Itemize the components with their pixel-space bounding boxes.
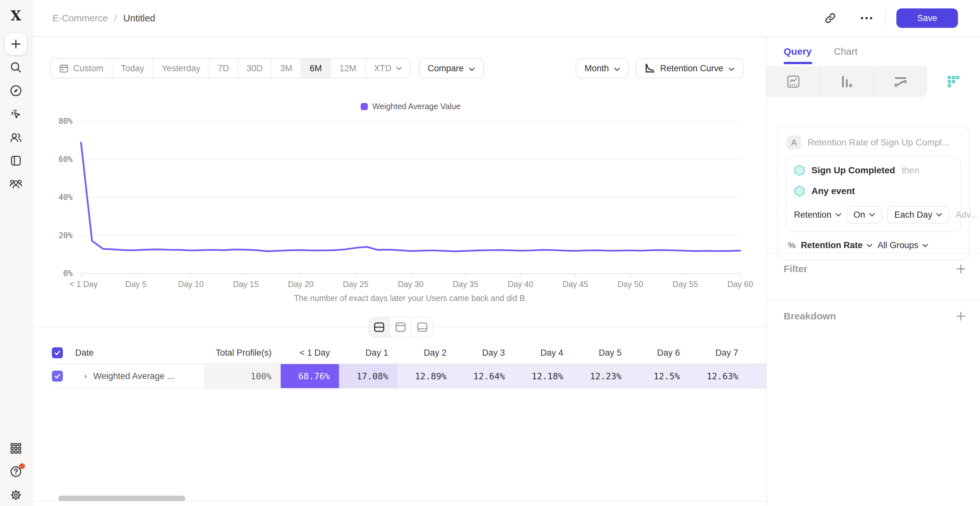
select-all-checkbox[interactable]: [52, 347, 63, 358]
column-header-10[interactable]: Day 8: [747, 342, 766, 363]
value-cell-day-8[interactable]: 12.4%: [747, 364, 766, 388]
value-cell-total-profile-s-[interactable]: 100%: [204, 364, 281, 388]
value-cell-day-6[interactable]: 12.5%: [631, 364, 689, 388]
svg-text:Day 35: Day 35: [453, 279, 478, 289]
tab-chart[interactable]: Chart: [834, 37, 858, 66]
second-event-row[interactable]: Any event: [794, 185, 953, 197]
measure-dropdown[interactable]: Retention Rate: [801, 240, 872, 251]
table-header-row: DateTotal Profile(s)< 1 DayDay 1Day 2Day…: [52, 342, 766, 364]
top-bar: E-Commerce / Untitled Save: [32, 0, 980, 37]
tab-query[interactable]: Query: [784, 37, 812, 66]
value-cell-day-1[interactable]: 17.08%: [339, 364, 397, 388]
left-sidebar: X: [0, 0, 32, 506]
chart-type-dropdown[interactable]: Retention Curve: [635, 58, 743, 78]
plus-icon: [11, 39, 21, 49]
column-header-2[interactable]: < 1 Day: [281, 342, 339, 363]
retention-icon: [947, 75, 960, 89]
users-icon[interactable]: [5, 126, 27, 148]
granularity-dropdown[interactable]: Month: [576, 58, 629, 78]
column-header-4[interactable]: Day 2: [397, 342, 456, 363]
report-tab-funnels[interactable]: [821, 66, 874, 97]
value-cell-day-5[interactable]: 12.23%: [572, 364, 631, 388]
mixpanel-logo-icon[interactable]: X: [11, 9, 21, 23]
groups-dropdown[interactable]: All Groups: [878, 240, 928, 251]
help-icon[interactable]: [5, 461, 27, 483]
chart-legend[interactable]: Weighted Average Value: [81, 102, 740, 111]
save-button[interactable]: Save: [896, 8, 958, 28]
expand-chevron-icon[interactable]: ›: [84, 371, 87, 381]
share-link-icon[interactable]: [821, 8, 840, 28]
split-view-button[interactable]: [369, 317, 390, 337]
explore-compass-icon[interactable]: [5, 80, 27, 102]
compare-button[interactable]: Compare: [419, 58, 484, 78]
settings-gear-icon[interactable]: [5, 484, 27, 506]
range-6m[interactable]: 6M: [301, 59, 331, 78]
range-xtd[interactable]: XTD: [366, 59, 410, 78]
report-tab-retention[interactable]: [927, 66, 980, 97]
insights-icon: [786, 75, 800, 89]
chart-type-label: Retention Curve: [660, 63, 723, 73]
add-filter-button[interactable]: [956, 264, 966, 274]
svg-text:40%: 40%: [59, 193, 73, 202]
column-header-8[interactable]: Day 6: [631, 342, 689, 363]
range-12m[interactable]: 12M: [331, 59, 366, 78]
column-header-0[interactable]: Date: [75, 342, 204, 363]
retention-type-label: Retention: [794, 210, 832, 220]
range-today[interactable]: Today: [113, 59, 153, 78]
query-summary-text: Retention Rate of Sign Up Compl...: [808, 137, 949, 148]
column-header-3[interactable]: Day 1: [339, 342, 397, 363]
row-name-cell[interactable]: ›Weighted Average ...: [75, 364, 204, 388]
create-button[interactable]: [5, 33, 27, 55]
chart-only-view-button[interactable]: [390, 317, 412, 337]
chart-svg: 0%20%40%60%80%< 1 DayDay 5Day 10Day 15Da…: [32, 115, 766, 293]
check-icon: [54, 373, 61, 380]
row-checkbox[interactable]: [52, 371, 63, 382]
query-panel: QueryChart A Retention Rate of Sign Up C…: [766, 37, 980, 506]
svg-text:Day 10: Day 10: [178, 279, 204, 289]
retention-type-dropdown[interactable]: Retention: [794, 210, 841, 220]
range-7d[interactable]: 7D: [209, 59, 238, 78]
bucket-dropdown[interactable]: Each Day: [887, 206, 949, 224]
range-yesterday[interactable]: Yesterday: [153, 59, 209, 78]
first-event-label: Sign Up Completed: [811, 165, 895, 176]
breakdown-label: Breakdown: [784, 311, 836, 322]
query-summary-row[interactable]: A Retention Rate of Sign Up Compl...: [786, 134, 961, 156]
value-cell-day-4[interactable]: 12.18%: [514, 364, 572, 388]
range-3m[interactable]: 3M: [272, 59, 301, 78]
boards-icon[interactable]: [5, 150, 27, 172]
column-header-7[interactable]: Day 5: [572, 342, 631, 363]
apps-grid-icon[interactable]: [5, 437, 27, 459]
range-label: XTD: [374, 63, 391, 73]
column-header-5[interactable]: Day 3: [456, 342, 514, 363]
value-cell-day-3[interactable]: 12.64%: [456, 364, 514, 388]
range-30d[interactable]: 30D: [238, 59, 272, 78]
column-header-1[interactable]: Total Profile(s): [204, 342, 281, 363]
retention-chart[interactable]: 0%20%40%60%80%< 1 DayDay 5Day 10Day 15Da…: [32, 115, 766, 293]
second-event-label: Any event: [811, 186, 855, 196]
svg-text:20%: 20%: [59, 231, 73, 240]
value-cell-day-2[interactable]: 12.89%: [397, 364, 456, 388]
breadcrumb-project[interactable]: E-Commerce: [52, 13, 108, 24]
search-nav-icon[interactable]: [5, 56, 27, 78]
events-cursor-icon[interactable]: [5, 103, 27, 125]
advanced-dropdown[interactable]: Adv...: [956, 210, 980, 220]
svg-text:80%: 80%: [59, 117, 73, 126]
on-dropdown[interactable]: On: [846, 206, 882, 224]
value-cell--1-day[interactable]: 68.76%: [281, 364, 339, 388]
column-header-9[interactable]: Day 7: [689, 342, 747, 363]
groups-label: All Groups: [878, 240, 918, 251]
report-tab-flows[interactable]: [874, 66, 927, 97]
cohorts-icon[interactable]: [5, 173, 27, 195]
first-event-row[interactable]: Sign Up Completed then: [794, 165, 953, 176]
table-only-view-button[interactable]: [412, 317, 433, 337]
add-breakdown-button[interactable]: [956, 311, 966, 321]
report-type-tabs: [767, 66, 980, 97]
range-custom[interactable]: Custom: [51, 59, 113, 78]
column-header-6[interactable]: Day 4: [514, 342, 572, 363]
report-tab-insights[interactable]: [767, 66, 821, 97]
more-options-icon[interactable]: [857, 8, 876, 28]
svg-text:Day 45: Day 45: [563, 279, 588, 289]
header-select-cell: [52, 342, 75, 363]
value-cell-day-7[interactable]: 12.63%: [689, 364, 747, 388]
breadcrumb-title[interactable]: Untitled: [124, 13, 155, 24]
